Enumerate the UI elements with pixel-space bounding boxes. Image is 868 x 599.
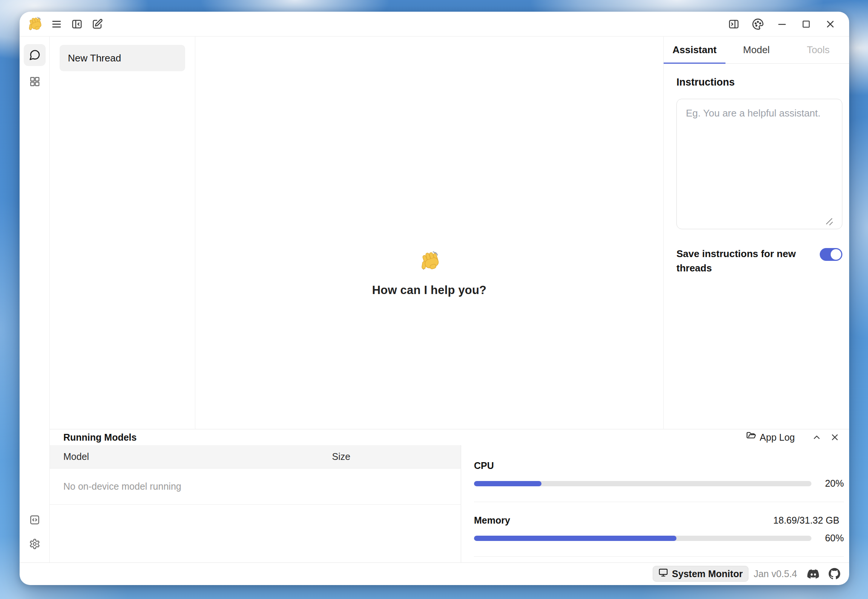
left-rail <box>20 37 50 562</box>
tab-assistant[interactable]: Assistant <box>664 37 725 63</box>
new-thread-compose-icon[interactable] <box>90 17 105 32</box>
theme-palette-icon[interactable] <box>750 17 765 32</box>
cpu-usage-row: CPU 20% <box>474 445 844 502</box>
thread-title: New Thread <box>68 52 121 64</box>
minimize-icon[interactable] <box>774 17 790 32</box>
save-instructions-toggle[interactable] <box>820 248 842 261</box>
discord-icon[interactable] <box>807 567 820 580</box>
save-instructions-label: Save instructions for new threads <box>676 247 801 275</box>
table-empty-message: No on-device model running <box>50 469 461 505</box>
cpu-percent-value: 20% <box>811 478 844 489</box>
local-api-server-icon[interactable] <box>26 511 43 529</box>
greeting-text: How can I help you? <box>372 283 487 297</box>
assistant-settings-panel: Assistant Model Tools Instructions Save … <box>664 37 849 429</box>
close-icon[interactable] <box>823 17 838 32</box>
column-header-model: Model <box>63 451 332 462</box>
memory-usage-value: 18.69/31.32 GB <box>773 515 839 526</box>
instructions-input[interactable] <box>676 99 842 229</box>
memory-progress-fill <box>474 536 676 541</box>
panel-expand-chevron-up-icon[interactable] <box>810 430 824 444</box>
app-version: Jan v0.5.4 <box>754 568 797 579</box>
jan-app-window: New Thread <box>20 12 849 585</box>
instructions-heading: Instructions <box>676 77 836 88</box>
resource-monitor: CPU 20% Memory <box>461 445 849 562</box>
memory-progress-track <box>474 536 811 541</box>
open-right-panel-icon[interactable] <box>726 17 741 32</box>
thread-list-panel: New Thread <box>50 37 195 429</box>
tab-model[interactable]: Model <box>725 37 787 63</box>
jan-logo-wave-emoji <box>26 16 43 32</box>
cpu-label: CPU <box>474 460 494 471</box>
folder-open-icon <box>746 431 756 443</box>
system-monitor-panel: Running Models App Log <box>50 429 849 562</box>
waving-hand-icon <box>419 250 440 274</box>
tab-tools[interactable]: Tools <box>787 37 849 63</box>
cpu-progress-track <box>474 481 811 486</box>
memory-usage-row: Memory 18.69/31.32 GB 60% <box>474 502 844 557</box>
titlebar <box>20 12 849 37</box>
app-log-button[interactable]: App Log <box>746 431 795 443</box>
running-models-table: Model Size No on-device model running <box>50 445 461 562</box>
settings-gear-icon[interactable] <box>26 535 43 553</box>
table-header-row: Model Size <box>50 445 461 469</box>
memory-label: Memory <box>474 515 510 526</box>
app-log-label: App Log <box>760 432 795 443</box>
github-icon[interactable] <box>828 567 841 580</box>
chat-threads-icon[interactable] <box>24 44 46 66</box>
hamburger-menu-icon[interactable] <box>49 17 64 32</box>
maximize-icon[interactable] <box>799 17 814 32</box>
thread-list-item[interactable]: New Thread <box>60 45 185 71</box>
cpu-progress-fill <box>474 481 541 486</box>
panel-close-icon[interactable] <box>828 430 842 444</box>
empty-state-greeting: How can I help you? <box>372 250 487 297</box>
panel-tabs: Assistant Model Tools <box>664 37 849 64</box>
hub-grid-icon[interactable] <box>26 73 43 90</box>
running-models-title: Running Models <box>63 432 136 443</box>
column-header-size: Size <box>332 451 447 462</box>
chat-main-area: How can I help you? <box>195 37 664 429</box>
collapse-left-panel-icon[interactable] <box>69 17 84 32</box>
system-monitor-button[interactable]: System Monitor <box>653 566 748 582</box>
monitor-icon <box>658 568 668 580</box>
toggle-knob <box>831 249 841 260</box>
status-bar: System Monitor Jan v0.5.4 <box>20 562 849 585</box>
memory-percent-value: 60% <box>811 533 844 544</box>
system-monitor-label: System Monitor <box>672 568 743 579</box>
